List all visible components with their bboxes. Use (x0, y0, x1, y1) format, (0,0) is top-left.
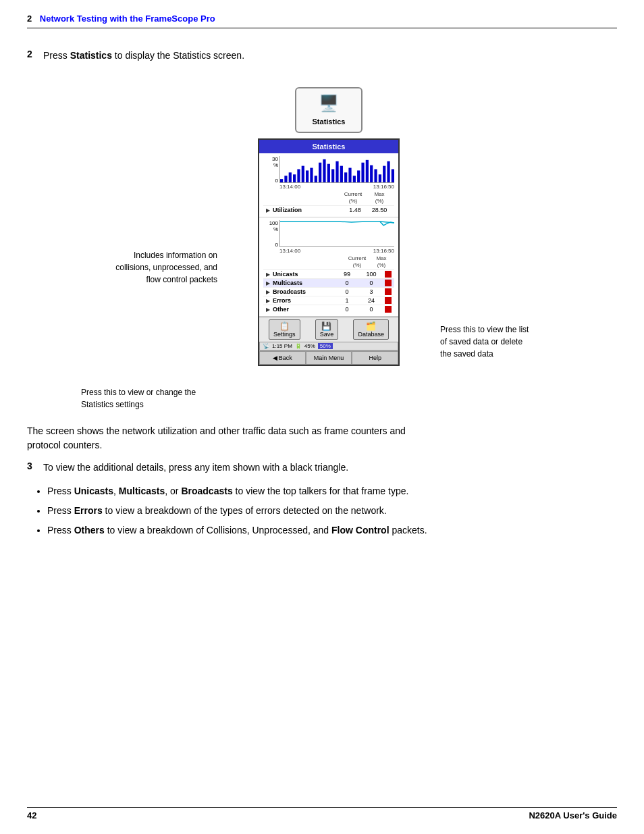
status-memory: 50% (318, 343, 333, 349)
screen-title: Statistics (259, 140, 398, 153)
chapter-title: Network Testing with the FrameScope Pro (40, 14, 215, 24)
svg-rect-6 (306, 170, 308, 182)
other-row[interactable]: ▶ Other 0 0 (263, 305, 394, 313)
screen-toolbar: 📋 Settings 💾 Save 🗂️ Database (259, 317, 398, 342)
annotation-collisions: Includes information on collisions, unpr… (109, 87, 217, 286)
chart1-col1: Current(%) (339, 191, 367, 204)
chart2-times: 13:14:00 13:16:50 (279, 248, 394, 254)
svg-rect-21 (370, 165, 373, 182)
chart2-time-end: 13:16:50 (373, 248, 394, 254)
svg-rect-15 (344, 172, 347, 182)
device-icon-box[interactable]: 🖥️ Statistics (295, 87, 363, 133)
bullet3-rest: to view a breakdown of Collisions, Unpro… (107, 525, 331, 536)
bullet2-bold1: Errors (74, 505, 103, 516)
chart1-canvas (279, 156, 394, 183)
step3-num: 3 (27, 461, 36, 471)
unicasts-label: Unicasts (273, 271, 335, 278)
svg-rect-16 (348, 168, 351, 182)
chart2-col2: Max(%) (371, 255, 392, 268)
errors-max: 24 (359, 297, 383, 304)
device-icon: 🖥️ (307, 94, 350, 113)
errors-row[interactable]: ▶ Errors 1 24 (263, 296, 394, 305)
svg-rect-8 (315, 176, 317, 182)
svg-rect-17 (353, 176, 356, 182)
multicasts-arrow: ▶ (266, 280, 270, 286)
svg-rect-4 (297, 170, 300, 183)
main-menu-btn[interactable]: Main Menu (306, 351, 352, 365)
utilization-row[interactable]: ▶ Utilization 1.48 28.50 (263, 205, 394, 214)
chart2-canvas (279, 220, 394, 247)
utilization-arrow: ▶ (266, 207, 270, 213)
chart2-time-start: 13:14:00 (279, 248, 300, 254)
errors-current: 1 (335, 297, 359, 304)
settings-icon: 📋 (273, 321, 296, 331)
other-arrow: ▶ (266, 307, 270, 313)
help-label: Help (369, 355, 381, 361)
svg-rect-26 (392, 170, 394, 183)
status-battery: 45% (304, 343, 315, 349)
settings-label: Settings (273, 331, 296, 338)
svg-rect-14 (340, 166, 343, 182)
help-btn[interactable]: Help (352, 351, 398, 365)
chart2-col1: Current(%) (343, 255, 371, 268)
status-icon: 📡 (263, 343, 269, 349)
broadcasts-current: 0 (335, 288, 359, 295)
other-max: 0 (359, 306, 383, 313)
svg-rect-11 (327, 164, 330, 182)
unicasts-row[interactable]: ▶ Unicasts 99 100 (263, 269, 394, 278)
step2-num: 2 (27, 49, 36, 59)
chart2-scale-zero: 0 (263, 242, 278, 248)
chart1-time-start: 13:14:00 (279, 184, 300, 190)
multicasts-label: Multicasts (273, 280, 335, 286)
chart1-col-headers: Current(%) Max(%) (263, 190, 394, 205)
chart1-scale-mid: % (263, 162, 278, 168)
chapter-num: 2 (27, 14, 32, 24)
database-btn[interactable]: 🗂️ Database (353, 319, 389, 340)
svg-rect-0 (280, 179, 283, 182)
svg-rect-13 (336, 161, 338, 182)
step2-block: 2 Press Statistics to display the Statis… (27, 49, 617, 63)
back-btn[interactable]: ◀ Back (259, 351, 306, 365)
save-label: Save (320, 331, 334, 338)
save-icon: 💾 (320, 321, 334, 331)
page-footer: 42 N2620A User's Guide (27, 807, 617, 820)
errors-color (385, 297, 392, 304)
other-color (385, 306, 392, 313)
broadcasts-row[interactable]: ▶ Broadcasts 0 3 (263, 287, 394, 296)
chart1-scale-zero: 0 (263, 178, 278, 184)
page-header: 2 Network Testing with the FrameScope Pr… (27, 14, 617, 28)
main-menu-label: Main Menu (314, 355, 344, 361)
svg-rect-9 (319, 163, 321, 182)
chart2-section: 100 % 0 (259, 217, 398, 317)
broadcasts-label: Broadcasts (273, 288, 335, 295)
multicasts-current: 0 (335, 280, 359, 286)
errors-arrow: ▶ (266, 298, 270, 304)
save-btn[interactable]: 💾 Save (315, 319, 339, 340)
bullet1-bold2: Multicasts (119, 486, 165, 496)
svg-rect-22 (374, 170, 377, 183)
svg-rect-24 (383, 166, 385, 182)
footer-page-num: 42 (27, 810, 36, 820)
bullet2-rest: to view a breakdown of the types of erro… (105, 505, 387, 516)
chart1-scale-top: 30 (263, 156, 278, 162)
chapter-heading: 2 Network Testing with the FrameScope Pr… (27, 14, 215, 24)
chart2-scale-mid: % (263, 226, 278, 232)
svg-rect-18 (357, 170, 360, 182)
chart1-section: 30 % 0 (259, 153, 398, 217)
settings-btn[interactable]: 📋 Settings (269, 319, 300, 340)
bullet3-bold2: Flow Control (331, 525, 390, 536)
statistics-screen: Statistics 30 % 0 (258, 138, 400, 366)
multicasts-max: 0 (359, 280, 383, 286)
svg-rect-10 (323, 159, 325, 182)
multicasts-row[interactable]: ▶ Multicasts 0 0 (263, 278, 394, 287)
broadcasts-max: 3 (359, 288, 383, 295)
step3-text: To view the additional details, press an… (43, 462, 348, 473)
svg-rect-20 (366, 160, 369, 182)
errors-label: Errors (273, 297, 335, 304)
svg-rect-7 (310, 168, 313, 182)
back-label: Back (279, 355, 292, 361)
step2-bold: Statistics (70, 50, 112, 61)
svg-rect-25 (387, 161, 390, 182)
annotation-database: Press this to view the list of saved dat… (440, 87, 535, 360)
body-paragraph: The screen shows the network utilization… (27, 424, 432, 452)
